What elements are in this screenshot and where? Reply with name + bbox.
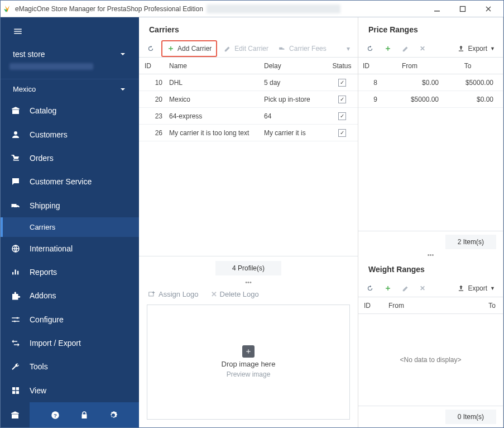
carrier-fees-button[interactable]: Carrier Fees: [275, 43, 330, 54]
cart-icon: [11, 153, 21, 163]
nav-international[interactable]: International: [1, 237, 139, 260]
grid-icon: [11, 386, 21, 396]
delete-button[interactable]: ✕: [416, 283, 429, 294]
nav-configure[interactable]: Configure: [1, 308, 139, 331]
nav-catalog[interactable]: Catalog: [1, 99, 139, 122]
preview-text: Preview image: [227, 370, 271, 378]
edit-button[interactable]: [399, 283, 413, 294]
col-status[interactable]: Status: [327, 62, 357, 70]
bottombar-lock[interactable]: [70, 402, 99, 427]
hamburger-button[interactable]: [1, 17, 139, 45]
nav-import-export[interactable]: Import / Export: [1, 331, 139, 355]
carriers-footer: 4 Profile(s): [139, 256, 358, 280]
refresh-button[interactable]: [363, 283, 377, 294]
nav-customers[interactable]: Customers: [1, 122, 139, 146]
nav-addons[interactable]: Addons: [1, 284, 139, 307]
table-row[interactable]: 10DHL5 day✓: [139, 74, 358, 91]
col-from[interactable]: From: [381, 62, 442, 70]
status-checkbox[interactable]: ✓: [338, 79, 346, 87]
delete-logo-button[interactable]: ✕ Delete Logo: [208, 288, 262, 300]
export-button[interactable]: Export▼: [454, 43, 498, 54]
chevron-down-icon: [119, 50, 127, 58]
sidebar: test store Mexico Catalog Customers Orde…: [1, 17, 139, 427]
cell-delay: 5 day: [261, 79, 327, 87]
col-id[interactable]: ID: [358, 62, 381, 70]
minimize-button[interactable]: [424, 1, 450, 17]
svg-rect-1: [460, 6, 465, 11]
weight-ranges-footer: 0 Item(s): [358, 406, 503, 427]
svg-point-6: [17, 317, 18, 318]
logo-drop-area[interactable]: ＋ Drop image here Preview image: [147, 305, 350, 420]
refresh-button[interactable]: [363, 43, 377, 54]
status-checkbox[interactable]: ✓: [338, 96, 346, 103]
nav-tools[interactable]: Tools: [1, 355, 139, 378]
splitter[interactable]: •••: [358, 253, 503, 257]
truck-icon: [11, 201, 21, 211]
col-name[interactable]: Name: [166, 62, 261, 70]
table-row[interactable]: 26My carrier it is too long textMy carri…: [139, 125, 358, 141]
toolbar-dropdown[interactable]: ▾: [343, 43, 353, 54]
bottombar-store-tab[interactable]: [1, 402, 30, 427]
lock-icon: [79, 410, 89, 420]
chevron-down-icon: [119, 85, 127, 93]
edit-carrier-button[interactable]: Edit Carrier: [220, 43, 272, 54]
col-to[interactable]: To: [442, 62, 498, 70]
nav-view[interactable]: View: [1, 379, 139, 402]
status-checkbox[interactable]: ✓: [338, 129, 346, 137]
nav-reports[interactable]: Reports: [1, 260, 139, 284]
col-from[interactable]: From: [385, 302, 452, 310]
cell-name: DHL: [166, 79, 261, 87]
add-button[interactable]: ＋: [381, 42, 395, 55]
plus-icon: ＋: [242, 345, 255, 358]
svg-text:?: ?: [54, 412, 57, 418]
table-row[interactable]: 8$0.00$5000.00: [358, 74, 503, 91]
svg-point-4: [17, 207, 18, 208]
refresh-button[interactable]: [143, 43, 158, 54]
status-checkbox[interactable]: ✓: [338, 112, 346, 120]
country-selector[interactable]: Mexico: [1, 79, 139, 99]
cell-id: 26: [139, 129, 166, 137]
bottombar-help[interactable]: ?: [41, 402, 70, 427]
assign-logo-button[interactable]: Assign Logo: [145, 288, 202, 300]
main-content: Carriers ＋ Add Carrier Edit Carrier Carr…: [139, 17, 503, 427]
delete-button[interactable]: ✕: [416, 43, 429, 54]
logo-toolbar: Assign Logo ✕ Delete Logo: [139, 284, 358, 305]
store-selector[interactable]: test store: [1, 45, 139, 63]
cell-name: Mexico: [166, 96, 261, 103]
maximize-button[interactable]: [450, 1, 476, 17]
add-button[interactable]: ＋: [381, 282, 395, 295]
price-ranges-body: 8$0.00$5000.009$5000.00$0.00: [358, 74, 503, 108]
splitter[interactable]: •••: [139, 280, 358, 284]
price-ranges-header: ID From To: [358, 58, 503, 74]
carriers-title: Carriers: [139, 17, 358, 40]
weight-ranges-toolbar: ＋ ✕ Export▼: [358, 279, 503, 297]
table-row[interactable]: 20MexicoPick up in-store✓: [139, 91, 358, 108]
wrench-icon: [11, 362, 21, 372]
col-delay[interactable]: Delay: [261, 62, 327, 70]
cell-from: $5000.00: [381, 96, 442, 103]
nav-orders[interactable]: Orders: [1, 146, 139, 170]
nav-shipping[interactable]: Shipping: [1, 194, 139, 217]
edit-button[interactable]: [399, 43, 413, 54]
plus-icon: ＋: [167, 44, 175, 54]
cell-status: ✓: [327, 112, 357, 120]
window-title: eMagicOne Store Manager for PrestaShop P…: [15, 5, 203, 13]
table-row[interactable]: 9$5000.00$0.00: [358, 91, 503, 108]
close-button[interactable]: [476, 1, 501, 17]
col-id[interactable]: ID: [358, 302, 385, 310]
app-logo-icon: [3, 4, 12, 13]
cell-name: My carrier it is too long text: [166, 129, 261, 137]
export-button[interactable]: Export▼: [454, 283, 498, 294]
col-to[interactable]: To: [452, 302, 501, 310]
bottombar-settings[interactable]: [99, 402, 128, 427]
cell-name: 64-express: [166, 112, 261, 120]
price-ranges-footer: 2 Item(s): [358, 231, 503, 253]
nav-carriers[interactable]: Carriers: [1, 217, 139, 237]
table-row[interactable]: 2364-express64✓: [139, 108, 358, 125]
box-icon: [11, 106, 21, 116]
add-carrier-button[interactable]: ＋ Add Carrier: [161, 40, 217, 57]
col-id[interactable]: ID: [139, 62, 166, 70]
puzzle-icon: [11, 291, 21, 301]
cell-status: ✓: [327, 129, 357, 137]
nav-customer-service[interactable]: Customer Service: [1, 170, 139, 193]
